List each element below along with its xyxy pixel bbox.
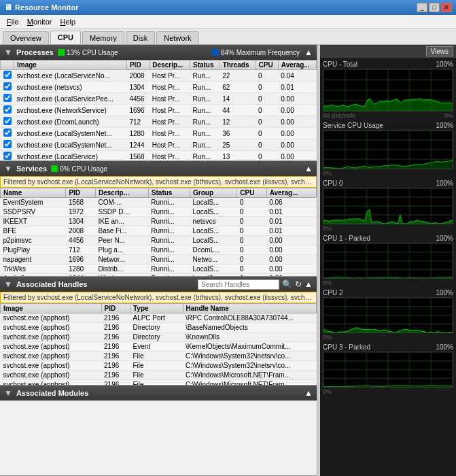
svc-col-cpu[interactable]: CPU xyxy=(237,188,266,198)
col-status[interactable]: Status xyxy=(190,61,220,70)
handles-collapse-icon[interactable]: ▲ xyxy=(304,279,313,289)
services-table-container[interactable]: Name PID Descrip... Status Group CPU Ave… xyxy=(0,188,317,276)
col-desc[interactable]: Descrip... xyxy=(150,61,190,70)
hdl-col-type[interactable]: Type xyxy=(130,304,183,313)
svc-col-pid[interactable]: PID xyxy=(66,188,96,198)
tab-disk[interactable]: Disk xyxy=(126,31,155,44)
hdl-col-pid[interactable]: PID xyxy=(101,304,130,313)
search-icon[interactable]: 🔍 xyxy=(282,279,292,289)
refresh-icon[interactable]: ↻ xyxy=(295,279,302,289)
table-row[interactable]: svchost.exe (apphost) 2196 File C:\Windo… xyxy=(1,361,317,371)
row-checkbox[interactable] xyxy=(1,105,14,116)
row-desc: Host Pr... xyxy=(150,139,190,151)
handles-expand-icon[interactable]: ▼ xyxy=(4,279,12,289)
table-row[interactable]: BFE 2008 Base Fi... Runni... LocalS... 0… xyxy=(1,226,317,236)
table-row[interactable]: IKEEXT 1304 IKE an... Runni... netsvcs 0… xyxy=(1,217,317,226)
views-button[interactable]: Views xyxy=(426,46,454,56)
restore-button[interactable]: □ xyxy=(429,3,440,12)
cpu2-max: 100% xyxy=(436,289,453,296)
modules-collapse-icon[interactable]: ▲ xyxy=(304,388,313,398)
hdl-handle: \RPC Control\OLE88A30A730744... xyxy=(183,313,317,323)
handles-search-input[interactable] xyxy=(198,279,279,290)
row-checkbox[interactable] xyxy=(1,128,14,139)
table-row[interactable]: svchost.exe (apphost) 2196 File C:\Windo… xyxy=(1,380,317,386)
menu-monitor[interactable]: Monitor xyxy=(23,16,56,27)
table-row[interactable]: PlugPlay 712 Plug a... Runni... DcomL...… xyxy=(1,245,317,255)
processes-expand-icon[interactable]: ▼ xyxy=(4,48,12,57)
table-row[interactable]: SSDPSRV 1972 SSDP D... Runni... LocalS..… xyxy=(1,207,317,217)
table-row[interactable]: svchost.exe (apphost) 2196 Event \Kernel… xyxy=(1,342,317,352)
tab-memory[interactable]: Memory xyxy=(82,31,124,44)
svc-group: LocalS... xyxy=(190,226,237,236)
table-row[interactable]: svchost.exe (apphost) 2196 File C:\Windo… xyxy=(1,352,317,361)
tab-network[interactable]: Network xyxy=(156,31,198,44)
row-desc: Host Pr... xyxy=(150,116,190,128)
processes-collapse-icon[interactable]: ▲ xyxy=(304,48,313,57)
table-row[interactable]: svchost.exe (LocalSystemNet... 1244 Host… xyxy=(1,139,317,151)
modules-expand-icon[interactable]: ▼ xyxy=(4,388,12,398)
col-image[interactable]: Image xyxy=(14,61,127,70)
processes-table-container[interactable]: Image PID Descrip... Status Threads CPU … xyxy=(0,60,317,160)
table-row[interactable]: svchost.exe (apphost) 2196 Directory \Kn… xyxy=(1,333,317,342)
svc-cpu: 0 xyxy=(237,217,266,226)
table-row[interactable]: svchost.exe (LocalServiceNo... 2008 Host… xyxy=(1,70,317,82)
row-checkbox[interactable] xyxy=(1,139,14,151)
services-expand-icon[interactable]: ▼ xyxy=(4,164,12,173)
modules-section: ▼ Associated Modules ▲ xyxy=(0,386,317,476)
cpu1-section: CPU 1 - Parked 100% 0% xyxy=(320,232,456,286)
svc-desc: Windo... xyxy=(96,274,149,277)
services-header[interactable]: ▼ Services 0% CPU Usage ▲ xyxy=(0,161,317,176)
table-row[interactable]: TrkWks 1280 Distrib... Runni... LocalS..… xyxy=(1,265,317,274)
table-row[interactable]: svchost.exe (LocalServicePee... 4456 Hos… xyxy=(1,93,317,105)
svc-col-status[interactable]: Status xyxy=(148,188,190,198)
col-pid[interactable]: PID xyxy=(126,61,149,70)
row-cpu: 0 xyxy=(256,128,278,139)
table-row[interactable]: svchost.exe (apphost) 2196 Directory \Ba… xyxy=(1,323,317,333)
table-row[interactable]: svchost.exe (apphost) 2196 ALPC Port \RP… xyxy=(1,313,317,323)
svc-col-name[interactable]: Name xyxy=(1,188,66,198)
svc-status: Runni... xyxy=(148,245,190,255)
svc-col-desc[interactable]: Descrip... xyxy=(96,188,149,198)
services-collapse-icon[interactable]: ▲ xyxy=(304,164,313,173)
row-desc: Host Pr... xyxy=(150,70,190,82)
table-row[interactable]: svchost.exe (LocalService) 1568 Host Pr.… xyxy=(1,151,317,161)
tab-cpu[interactable]: CPU xyxy=(50,31,81,44)
menu-help[interactable]: Help xyxy=(56,16,80,27)
hdl-image: svchost.exe (apphost) xyxy=(1,313,102,323)
hdl-col-handle[interactable]: Handle Name xyxy=(183,304,317,313)
processes-header[interactable]: ▼ Processes 13% CPU Usage 84% Maximum Fr… xyxy=(0,45,317,60)
handles-header[interactable]: ▼ Associated Handles 🔍 ↻ ▲ xyxy=(0,277,317,292)
close-button[interactable]: ✕ xyxy=(441,3,452,12)
row-checkbox[interactable] xyxy=(1,93,14,105)
tab-overview[interactable]: Overview xyxy=(3,31,49,44)
table-row[interactable]: svchost.exe (DcomLaunch) 712 Host Pr... … xyxy=(1,116,317,128)
row-checkbox[interactable] xyxy=(1,116,14,128)
col-threads[interactable]: Threads xyxy=(220,61,256,70)
table-row[interactable]: AudioSrv 1244 Windo... Runni... LocalS..… xyxy=(1,274,317,277)
row-checkbox[interactable] xyxy=(1,82,14,93)
svc-col-group[interactable]: Group xyxy=(190,188,237,198)
table-row[interactable]: svchost.exe (apphost) 2196 File C:\Windo… xyxy=(1,371,317,380)
row-checkbox[interactable] xyxy=(1,151,14,161)
row-cpu: 0 xyxy=(256,139,278,151)
table-row[interactable]: svchost.exe (LocalSystemNet... 1280 Host… xyxy=(1,128,317,139)
table-row[interactable]: svchost.exe (NetworkService) 1696 Host P… xyxy=(1,105,317,116)
svc-name: IKEEXT xyxy=(1,217,66,226)
processes-cpu-badge: 13% CPU Usage xyxy=(67,49,118,56)
svc-col-avg[interactable]: Averag... xyxy=(266,188,316,198)
hdl-pid: 2196 xyxy=(101,333,130,342)
minimize-button[interactable]: _ xyxy=(417,3,427,12)
table-row[interactable]: svchost.exe (netsvcs) 1304 Host Pr... Ru… xyxy=(1,82,317,93)
table-row[interactable]: napagent 1696 Networ... Runni... Netwo..… xyxy=(1,255,317,265)
handles-table-container[interactable]: Image PID Type Handle Name svchost.exe (… xyxy=(0,303,317,385)
menu-file[interactable]: File xyxy=(3,16,23,27)
right-panel-header: Views xyxy=(320,45,456,58)
row-threads: 13 xyxy=(220,151,256,161)
table-row[interactable]: p2pimsvc 4456 Peer N... Runni... LocalS.… xyxy=(1,236,317,245)
row-checkbox[interactable] xyxy=(1,70,14,82)
table-row[interactable]: EventSystem 1568 COM-... Runni... LocalS… xyxy=(1,198,317,207)
hdl-col-image[interactable]: Image xyxy=(1,304,102,313)
col-avg[interactable]: Averag... xyxy=(278,61,316,70)
col-cpu[interactable]: CPU xyxy=(256,61,278,70)
modules-header[interactable]: ▼ Associated Modules ▲ xyxy=(0,386,317,401)
